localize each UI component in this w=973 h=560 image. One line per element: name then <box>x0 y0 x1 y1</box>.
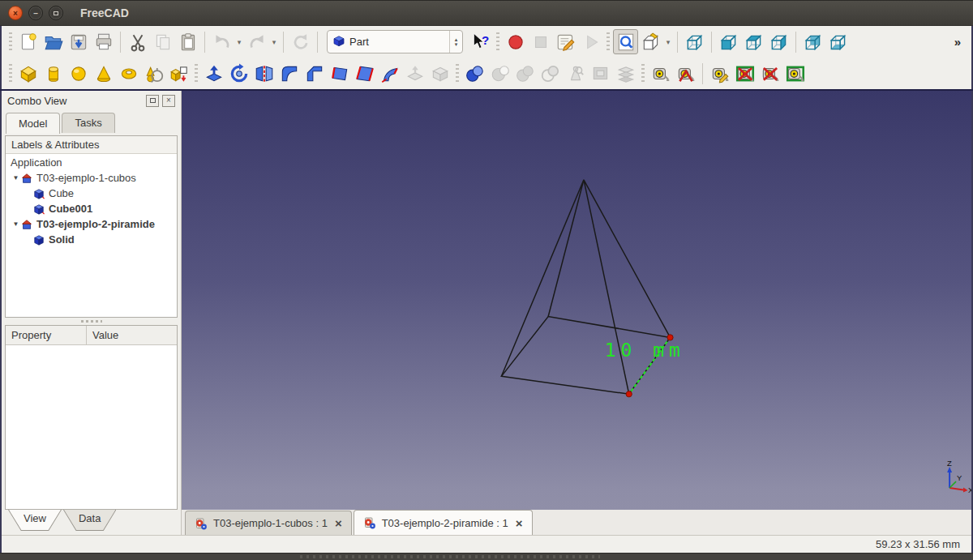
axis-x-label: X <box>968 485 971 494</box>
toolbar-drag-handle[interactable] <box>456 64 459 83</box>
document-tab[interactable]: T03-ejemplo-2-piramide : 1× <box>354 510 533 535</box>
macro-stop-button[interactable] <box>528 29 553 54</box>
view-bottom-button[interactable] <box>825 29 851 54</box>
part-box-button[interactable] <box>15 61 41 86</box>
tree-item-solid[interactable]: Solid <box>6 232 177 247</box>
view-top-button[interactable] <box>741 29 766 54</box>
part-primitives-button[interactable] <box>141 61 166 86</box>
revolve-button[interactable] <box>226 61 251 86</box>
panel-close-icon[interactable]: × <box>162 95 175 107</box>
shape-builder-button[interactable] <box>166 61 191 86</box>
measure-linear-button[interactable] <box>648 61 673 86</box>
boolean-intersection-button[interactable] <box>538 61 563 86</box>
sweep-button[interactable] <box>377 61 402 86</box>
window-close-button[interactable]: × <box>8 6 23 20</box>
new-document-button[interactable] <box>15 29 41 54</box>
draw-style-button[interactable] <box>638 29 663 54</box>
tree-item-application[interactable]: Application <box>6 155 177 170</box>
check-geometry-button[interactable] <box>563 61 588 86</box>
tree-item-cube001[interactable]: Cube001 <box>6 201 177 216</box>
copy-button[interactable] <box>150 29 175 54</box>
measure-refresh-button[interactable] <box>707 61 732 86</box>
expander-icon[interactable]: ▼ <box>11 174 21 182</box>
tree-item-cube[interactable]: Cube <box>6 186 177 201</box>
expander-icon[interactable]: ▼ <box>11 220 21 228</box>
tree-item-label: Solid <box>49 233 75 246</box>
part-sphere-button[interactable] <box>66 61 91 86</box>
cross-sections-button[interactable] <box>613 61 638 86</box>
cut-button[interactable] <box>125 29 150 54</box>
draw-style-dropdown[interactable]: ▾ <box>663 38 673 46</box>
measure-angular-button[interactable] <box>673 61 698 86</box>
refresh-button[interactable] <box>288 29 313 54</box>
whats-this-button[interactable]: ? <box>468 29 493 54</box>
tab-data[interactable]: Data <box>63 510 116 531</box>
macro-record-button[interactable] <box>503 29 528 54</box>
toolbar-overflow[interactable]: » <box>948 35 967 49</box>
open-button[interactable] <box>41 29 66 54</box>
redo-button[interactable] <box>244 29 269 54</box>
workbench-spinner[interactable]: ▴▾ <box>449 31 462 53</box>
toolbar-drag-handle[interactable] <box>9 32 12 52</box>
window-maximize-button[interactable] <box>49 6 63 20</box>
part-primitives-icon <box>144 63 165 84</box>
document-tab[interactable]: T03-ejemplo-1-cubos : 1× <box>185 511 352 535</box>
make-face-button[interactable] <box>327 61 352 86</box>
print-button[interactable] <box>91 29 116 54</box>
tree-item-doc-piramide[interactable]: ▼T03-ejemplo-2-piramide <box>6 216 177 232</box>
property-column-header: Property <box>6 326 87 344</box>
tree-item-label: T03-ejemplo-1-cubos <box>36 172 136 184</box>
section-button[interactable] <box>588 61 613 86</box>
measure-toggle-3d-button[interactable] <box>782 61 808 86</box>
boolean-union-button[interactable] <box>512 61 538 86</box>
freecad-doc-icon <box>195 517 208 530</box>
boolean-cut-button[interactable] <box>487 61 512 86</box>
3d-viewport[interactable]: 10 mm Z Y X <box>182 91 971 510</box>
tree-item-doc-cubos[interactable]: ▼T03-ejemplo-1-cubos <box>6 170 177 186</box>
view-rear-button[interactable] <box>800 29 825 54</box>
redo-dropdown[interactable]: ▾ <box>269 38 279 46</box>
view-axonometric-button[interactable] <box>682 29 707 54</box>
undo-button[interactable] <box>209 29 234 54</box>
toolbar-separator <box>317 32 318 53</box>
tree-item-label: Cube001 <box>49 203 92 215</box>
view-right-button[interactable] <box>766 29 791 54</box>
document-tab-label: T03-ejemplo-1-cubos : 1 <box>213 517 328 529</box>
save-button[interactable] <box>66 29 91 54</box>
toolbar-drag-handle[interactable] <box>195 64 198 83</box>
fit-all-button[interactable] <box>613 29 638 54</box>
toolbar-part-tools <box>2 58 971 89</box>
panel-splitter[interactable] <box>2 318 181 325</box>
toolbar-separator <box>711 32 712 53</box>
fillet-button[interactable] <box>276 61 302 86</box>
measure-clear-all-button[interactable] <box>732 61 757 86</box>
part-cylinder-button[interactable] <box>41 61 66 86</box>
ruled-surface-button[interactable] <box>352 61 377 86</box>
tab-view[interactable]: View <box>8 510 62 531</box>
tab-tasks[interactable]: Tasks <box>62 113 114 133</box>
measure-toggle-all-button[interactable] <box>757 61 782 86</box>
tab-model[interactable]: Model <box>6 113 60 134</box>
view-front-button[interactable] <box>716 29 741 54</box>
workbench-selector[interactable]: Part▴▾ <box>327 30 463 53</box>
close-icon[interactable]: × <box>333 517 342 529</box>
macro-play-button[interactable] <box>578 29 603 54</box>
close-icon[interactable]: × <box>514 517 523 529</box>
thickness-button[interactable] <box>427 61 452 86</box>
undo-dropdown[interactable]: ▾ <box>234 38 244 46</box>
macro-edit-button[interactable] <box>553 29 578 54</box>
offset-button[interactable] <box>402 61 427 86</box>
mirror-button[interactable] <box>251 61 276 86</box>
extrude-button[interactable] <box>201 61 226 86</box>
part-torus-button[interactable] <box>116 61 141 86</box>
toolbar-drag-handle[interactable] <box>641 64 645 83</box>
toolbar-drag-handle[interactable] <box>9 64 12 83</box>
boolean-button[interactable] <box>462 61 487 86</box>
toolbar-drag-handle[interactable] <box>607 32 610 52</box>
paste-button[interactable] <box>175 29 200 54</box>
part-cone-button[interactable] <box>91 61 116 86</box>
window-minimize-button[interactable]: – <box>28 6 43 20</box>
toolbar-drag-handle[interactable] <box>496 32 499 52</box>
chamfer-button[interactable] <box>302 61 327 86</box>
panel-float-icon[interactable] <box>146 95 159 107</box>
